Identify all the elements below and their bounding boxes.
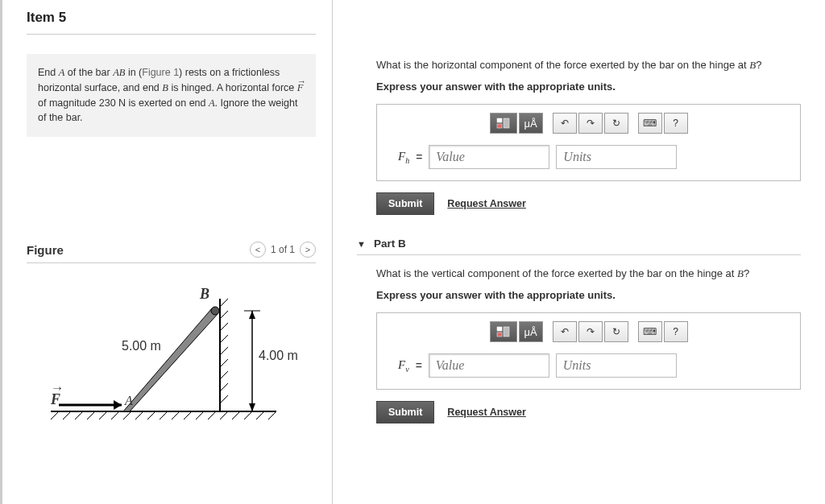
part-a-instruction: Express your answer with the appropriate… bbox=[376, 81, 801, 93]
svg-line-5 bbox=[99, 411, 107, 419]
svg-line-13 bbox=[196, 411, 204, 419]
part-b-units-input[interactable] bbox=[556, 353, 677, 378]
part-a-value-input[interactable] bbox=[429, 145, 549, 169]
figure-title: Figure bbox=[27, 243, 64, 257]
svg-rect-38 bbox=[497, 118, 502, 122]
svg-line-8 bbox=[135, 411, 143, 419]
part-b-instruction: Express your answer with the appropriate… bbox=[376, 289, 801, 301]
part-a-submit-button[interactable]: Submit bbox=[376, 192, 434, 215]
title-divider bbox=[27, 34, 316, 35]
keyboard-icon[interactable]: ⌨ bbox=[638, 113, 662, 134]
svg-line-16 bbox=[232, 411, 240, 419]
part-b-answer-row: Fv = bbox=[388, 353, 789, 378]
var-a2: A bbox=[209, 97, 215, 109]
svg-line-24 bbox=[220, 335, 228, 343]
equals-sign: = bbox=[416, 359, 422, 372]
problem-statement: End A of the bar AB in (Figure 1) rests … bbox=[27, 54, 316, 137]
undo-icon[interactable]: ↶ bbox=[553, 321, 577, 342]
svg-rect-43 bbox=[497, 333, 502, 337]
undo-icon[interactable]: ↶ bbox=[553, 113, 577, 134]
part-a-toolbar: μÅ ↶ ↷ ↻ ⌨ ? bbox=[388, 113, 789, 134]
templates-icon[interactable] bbox=[490, 113, 517, 134]
pager-text: 1 of 1 bbox=[271, 244, 295, 255]
part-b-header[interactable]: ▼ Part B bbox=[357, 238, 801, 250]
help-icon[interactable]: ? bbox=[664, 321, 688, 342]
svg-line-18 bbox=[256, 411, 264, 419]
svg-line-17 bbox=[244, 411, 252, 419]
svg-line-28 bbox=[220, 383, 228, 391]
svg-rect-41 bbox=[497, 327, 502, 331]
units-button[interactable]: μÅ bbox=[519, 113, 543, 134]
redo-icon[interactable]: ↷ bbox=[578, 113, 603, 134]
svg-line-14 bbox=[208, 411, 216, 419]
var-b: B bbox=[737, 267, 744, 279]
svg-point-31 bbox=[211, 307, 219, 315]
part-b: What is the vertical component of the fo… bbox=[357, 266, 801, 423]
var-f-vector: F bbox=[297, 82, 304, 93]
text: in ( bbox=[125, 67, 142, 78]
item-title: Item 5 bbox=[27, 10, 316, 26]
svg-marker-30 bbox=[123, 308, 218, 411]
part-b-value-input[interactable] bbox=[429, 353, 549, 378]
redo-icon[interactable]: ↷ bbox=[578, 321, 603, 342]
figure-header: Figure < 1 of 1 > bbox=[27, 242, 316, 258]
pager-prev-button[interactable]: < bbox=[250, 242, 266, 258]
figure-divider bbox=[27, 262, 316, 263]
part-a-answer-area: μÅ ↶ ↷ ↻ ⌨ ? Fh = bbox=[376, 104, 801, 181]
figure-diagram: B A F 5.00 m 4.00 m bbox=[27, 275, 316, 428]
right-column: What is the horizontal component of the … bbox=[333, 0, 825, 504]
units-button[interactable]: μÅ bbox=[519, 321, 543, 342]
part-b-var-label: Fv bbox=[398, 358, 409, 374]
label-f: F bbox=[51, 391, 60, 408]
part-a-units-input[interactable] bbox=[556, 145, 677, 169]
svg-line-15 bbox=[220, 411, 228, 419]
figure-pager: < 1 of 1 > bbox=[250, 242, 316, 258]
part-a-var-label: Fh bbox=[398, 150, 409, 165]
help-icon[interactable]: ? bbox=[664, 113, 688, 134]
text: ? bbox=[756, 59, 761, 71]
part-b-request-answer-link[interactable]: Request Answer bbox=[447, 407, 525, 418]
part-b-divider bbox=[357, 254, 801, 255]
svg-line-23 bbox=[220, 323, 228, 331]
svg-marker-33 bbox=[114, 400, 122, 410]
reset-icon[interactable]: ↻ bbox=[604, 113, 628, 134]
svg-line-26 bbox=[220, 359, 228, 367]
svg-line-2 bbox=[63, 411, 71, 419]
svg-line-21 bbox=[220, 299, 228, 307]
part-a: What is the horizontal component of the … bbox=[357, 58, 801, 215]
left-column: Item 5 End A of the bar AB in (Figure 1)… bbox=[2, 0, 333, 504]
pager-next-button[interactable]: > bbox=[300, 242, 316, 258]
svg-line-12 bbox=[184, 411, 192, 419]
svg-line-10 bbox=[160, 411, 168, 419]
part-b-answer-area: μÅ ↶ ↷ ↻ ⌨ ? Fv = bbox=[376, 312, 801, 390]
var-ab: AB bbox=[113, 67, 125, 78]
var-b: B bbox=[749, 59, 756, 71]
svg-marker-35 bbox=[249, 311, 255, 319]
figure-ref-link[interactable]: Figure 1 bbox=[142, 67, 179, 78]
unit-n: N bbox=[118, 97, 126, 109]
label-a: A bbox=[125, 394, 133, 408]
svg-rect-40 bbox=[497, 124, 502, 128]
svg-line-22 bbox=[220, 311, 228, 319]
part-a-actions: Submit Request Answer bbox=[376, 192, 801, 215]
svg-line-7 bbox=[123, 411, 131, 419]
templates-icon[interactable] bbox=[490, 321, 517, 342]
svg-line-3 bbox=[75, 411, 83, 419]
text: What is the horizontal component of the … bbox=[376, 59, 749, 71]
part-b-submit-button[interactable]: Submit bbox=[376, 401, 434, 423]
keyboard-icon[interactable]: ⌨ bbox=[638, 321, 662, 342]
svg-line-25 bbox=[220, 347, 228, 355]
var-b: B bbox=[162, 82, 168, 93]
text: is exerted on end bbox=[126, 97, 209, 109]
svg-line-11 bbox=[172, 411, 180, 419]
part-a-request-answer-link[interactable]: Request Answer bbox=[447, 198, 525, 209]
svg-line-9 bbox=[147, 411, 155, 419]
svg-marker-36 bbox=[249, 403, 255, 411]
text: End bbox=[38, 67, 59, 78]
part-a-answer-row: Fh = bbox=[388, 145, 789, 169]
part-b-title: Part B bbox=[374, 238, 406, 250]
svg-line-4 bbox=[87, 411, 95, 419]
text: of the bar bbox=[64, 67, 113, 78]
reset-icon[interactable]: ↻ bbox=[604, 321, 628, 342]
text: ? bbox=[744, 267, 749, 279]
